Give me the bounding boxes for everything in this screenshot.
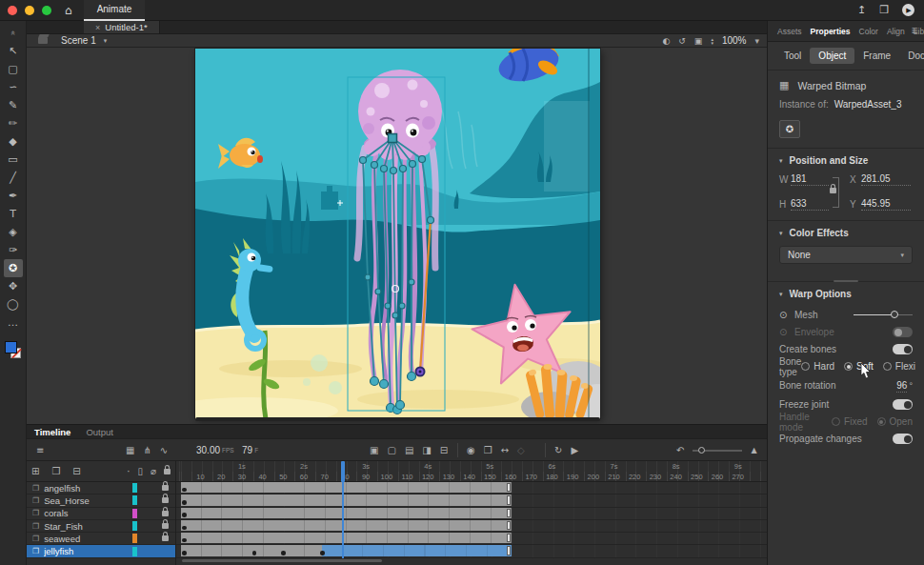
fps-value[interactable]: 30.00 [196,445,220,455]
playhead[interactable] [342,461,344,558]
keyframe-dot[interactable] [182,526,187,531]
maximize-window-button[interactable] [42,6,51,15]
eyedropper-tool[interactable]: ✑ [4,241,23,259]
span-end-marker[interactable] [507,521,511,530]
envelope-toggle[interactable] [893,327,913,337]
timeline-ruler-seconds[interactable]: 1s2s3s4s5s6s7s8s9s [176,461,767,472]
lock-aspect-icon[interactable] [830,188,836,193]
subtab-doc[interactable]: Doc [899,48,924,64]
play-icon[interactable]: ▶ [571,445,578,455]
radio-icon[interactable] [877,417,886,426]
keyframe-dot[interactable] [182,500,187,505]
edit-multiple-frames-icon[interactable]: ↔ [501,445,509,455]
text-tool[interactable]: T [4,205,23,223]
subtab-object[interactable]: Object [810,48,854,64]
frame-span[interactable] [181,494,512,505]
panel-menu-icon[interactable]: ≣ [911,26,918,35]
stage-canvas[interactable] [195,49,600,419]
color-effect-dropdown[interactable]: None ▾ [779,246,913,264]
loop-icon[interactable]: ↻ [554,445,562,455]
keyframe-dot[interactable] [182,488,187,493]
delete-frame-icon[interactable]: ⊟ [440,445,448,455]
classic-brush-tool[interactable]: ✏ [4,114,23,132]
layer-row-Sea_Horse[interactable]: ❐Sea_Horse [27,494,175,507]
layer-row-seaweed[interactable]: ❐seaweed [27,533,175,545]
layer-outline-swatch[interactable] [132,534,137,543]
eraser-tool[interactable]: ◆ [4,132,23,151]
timeline-zoom-slider[interactable] [693,450,742,452]
tab-assets[interactable]: Assets [777,27,802,36]
color-swatches[interactable] [4,339,23,360]
keyframe-dot[interactable] [182,551,187,555]
span-end-marker[interactable] [507,495,511,504]
selected-frame-span[interactable] [322,545,512,555]
onion-skin-icon[interactable]: ◉ [467,445,475,455]
keyframe-dot[interactable] [281,551,286,555]
bone-type-flexi[interactable]: Flexi [883,361,915,372]
graph-editor-icon[interactable]: ∿ [160,445,168,455]
create-bones-toggle[interactable] [893,344,913,354]
camera-icon[interactable]: ▦ [126,445,134,455]
highlight-column-icon[interactable]: · [127,466,130,476]
layer-lock-icon[interactable] [162,511,169,516]
collapse-chevron-icon[interactable]: ▾ [779,230,783,237]
layer-row-corals[interactable]: ❐corals [27,508,175,520]
clip-content-icon[interactable]: ▣ [694,36,703,46]
insert-frame-icon[interactable]: ▤ [405,445,413,455]
close-window-button[interactable] [8,6,17,15]
layer-outline-swatch[interactable] [132,509,137,518]
selection-tool[interactable]: ↖ [4,42,23,60]
mesh-slider-knob[interactable] [891,311,898,318]
frame-span[interactable] [181,482,512,493]
frame-span[interactable] [181,533,512,543]
width-value[interactable]: 181 [791,173,829,186]
span-end-marker[interactable] [507,546,511,555]
current-frame-display[interactable]: 79F [242,439,258,461]
envelope-visibility-icon[interactable]: ⊙ [779,327,794,337]
auto-keyframe-icon[interactable]: ◨ [422,445,431,455]
bone-rotation-value[interactable]: 96 [896,380,907,393]
tab-color[interactable]: Color [859,27,878,36]
asset-warp-button[interactable]: ✪ [779,120,800,138]
collapse-toolbar-icon[interactable]: « [4,24,22,43]
track-row-jellyfish[interactable] [176,545,767,557]
fluid-brush-tool[interactable]: ✎ [4,96,23,114]
zoom-stepper[interactable]: ▴▾ [711,37,713,45]
section-color-title[interactable]: ▾ Color Effects [779,228,913,238]
layer-lock-icon[interactable] [162,523,169,529]
layer-name[interactable]: seaweed [44,534,132,544]
radio-icon[interactable] [832,417,840,426]
track-row-seaweed[interactable] [176,533,767,545]
new-folder-icon[interactable]: ❐ [51,466,60,476]
canvas-horizontal-scrollbar[interactable] [195,417,600,421]
bone-root-joint[interactable] [389,134,397,143]
close-document-icon[interactable]: × [95,23,100,32]
height-value[interactable]: 633 [791,198,829,211]
track-row-Sea_Horse[interactable] [176,494,767,507]
resize-view-icon[interactable]: ▲ [751,446,756,454]
zoom-chevron-icon[interactable]: ▾ [754,36,759,46]
layer-outline-swatch[interactable] [132,495,137,505]
layer-name[interactable]: jellyfish [44,546,132,556]
test-movie-icon[interactable]: ▶ [902,4,914,16]
keyframe-dot[interactable] [182,538,187,543]
layer-outline-swatch[interactable] [132,521,137,531]
span-end-marker[interactable] [507,483,511,492]
freeze-joint-toggle[interactable] [893,399,913,410]
collapse-chevron-icon[interactable]: ▾ [779,157,783,165]
document-tab[interactable]: × Untitled-1* [84,21,160,33]
home-icon[interactable]: ⌂ [65,4,72,17]
zoom-tool[interactable]: ◯ [4,295,23,313]
keyframe-dot[interactable] [252,551,257,555]
app-tab-animate[interactable]: Animate [84,0,146,21]
mesh-visibility-icon[interactable]: ⊙ [779,310,794,320]
timeline-ruler-frames[interactable]: 1020304050607080901001101201301401501601… [176,472,767,482]
rectangle-tool[interactable]: ▭ [4,151,23,169]
span-end-marker[interactable] [507,509,511,517]
keyframe-dot[interactable] [320,551,325,555]
layer-outline-swatch[interactable] [132,483,137,493]
current-frame-value[interactable]: 79 [242,445,252,455]
scene-chevron-icon[interactable]: ▾ [104,37,108,45]
subtab-tool[interactable]: Tool [775,48,810,64]
radio-icon[interactable] [801,362,810,371]
